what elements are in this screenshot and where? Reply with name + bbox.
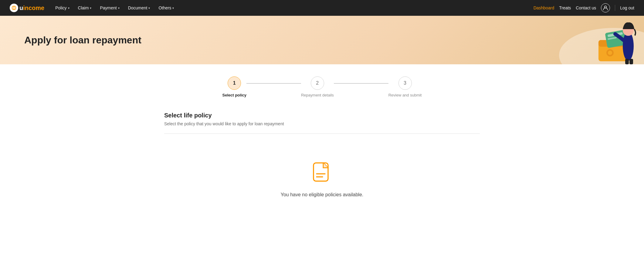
nav-divider bbox=[615, 5, 615, 11]
logout-button[interactable]: Log out bbox=[620, 5, 634, 10]
svg-point-10 bbox=[623, 32, 634, 61]
svg-point-6 bbox=[608, 51, 612, 55]
nav-treats[interactable]: Treats bbox=[559, 5, 571, 10]
page-title: Apply for loan repayment bbox=[24, 35, 141, 46]
policy-chevron-icon: ▾ bbox=[68, 6, 69, 10]
step-1-label: Select policy bbox=[222, 93, 246, 97]
nav-others[interactable]: Others ▾ bbox=[155, 4, 178, 12]
payment-chevron-icon: ▾ bbox=[118, 6, 120, 10]
step-3: 3 Review and submit bbox=[388, 76, 422, 97]
nav-claim[interactable]: Claim ▾ bbox=[74, 4, 95, 12]
svg-rect-12 bbox=[625, 59, 629, 64]
step-3-circle: 3 bbox=[398, 76, 412, 90]
nav-payment[interactable]: Payment ▾ bbox=[96, 4, 123, 12]
stepper: 1 Select policy 2 Repayment details 3 Re… bbox=[164, 76, 480, 97]
claim-chevron-icon: ▾ bbox=[90, 6, 91, 10]
nav-contact[interactable]: Contact us bbox=[576, 5, 596, 10]
step-2: 2 Repayment details bbox=[301, 76, 334, 97]
section-title: Select life policy bbox=[164, 112, 480, 119]
profile-icon[interactable] bbox=[601, 3, 610, 12]
hero-section: Apply for loan repayment bbox=[0, 16, 644, 64]
nav-policy[interactable]: Policy ▾ bbox=[52, 4, 73, 12]
nav-links: Policy ▾ Claim ▾ Payment ▾ Document ▾ Ot… bbox=[52, 4, 533, 12]
section-subtitle: Select the policy that you would like to… bbox=[164, 121, 480, 126]
document-chevron-icon: ▾ bbox=[148, 6, 150, 10]
no-policy-icon bbox=[310, 160, 334, 186]
step-1-circle: 1 bbox=[228, 76, 241, 90]
hero-illustration bbox=[559, 16, 644, 64]
nav-right: Dashboard Treats Contact us Log out bbox=[534, 3, 634, 12]
brand-name: uincome bbox=[19, 5, 44, 12]
step-2-circle: 2 bbox=[311, 76, 324, 90]
svg-rect-13 bbox=[629, 59, 633, 64]
brand-logo[interactable]: uincome bbox=[10, 4, 44, 12]
step-3-label: Review and submit bbox=[388, 93, 422, 97]
section-divider bbox=[164, 133, 480, 134]
others-chevron-icon: ▾ bbox=[172, 6, 174, 10]
step-connector-1 bbox=[246, 83, 301, 84]
main-content: 1 Select policy 2 Repayment details 3 Re… bbox=[140, 64, 504, 222]
empty-message: You have no eligible policies available. bbox=[281, 192, 364, 197]
empty-state: You have no eligible policies available. bbox=[164, 148, 480, 210]
step-1: 1 Select policy bbox=[222, 76, 246, 97]
step-2-label: Repayment details bbox=[301, 93, 334, 97]
nav-dashboard[interactable]: Dashboard bbox=[534, 5, 554, 10]
step-connector-2 bbox=[334, 83, 388, 84]
navbar: uincome Policy ▾ Claim ▾ Payment ▾ Docum… bbox=[0, 0, 644, 16]
brand-icon bbox=[10, 4, 18, 12]
nav-document[interactable]: Document ▾ bbox=[124, 4, 154, 12]
